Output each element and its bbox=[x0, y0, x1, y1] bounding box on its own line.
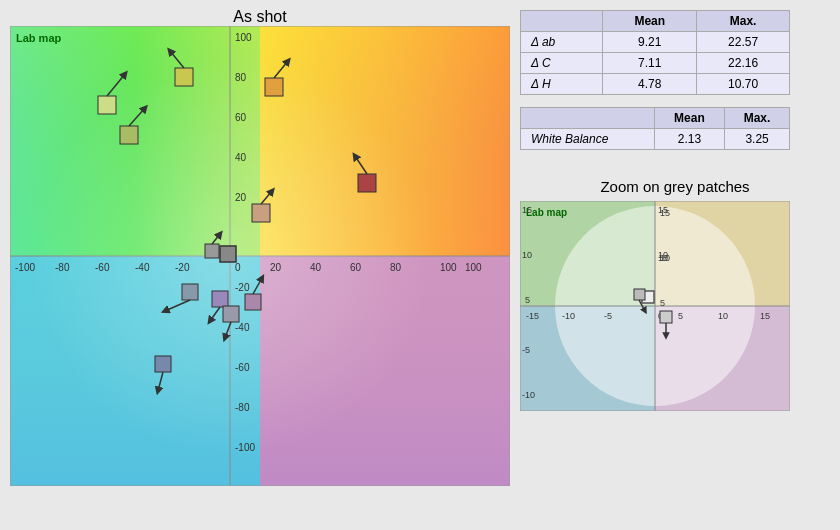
svg-text:40: 40 bbox=[310, 262, 322, 273]
svg-rect-39 bbox=[358, 174, 376, 192]
row-label-delta-ab: Δ ab bbox=[521, 32, 603, 53]
col-header-empty-1 bbox=[521, 11, 603, 32]
row-label-delta-h: Δ H bbox=[521, 74, 603, 95]
svg-text:20: 20 bbox=[235, 192, 247, 203]
lab-map-container: Lab map bbox=[10, 26, 510, 506]
svg-text:5: 5 bbox=[660, 298, 665, 308]
svg-rect-37 bbox=[265, 78, 283, 96]
svg-text:-40: -40 bbox=[135, 262, 150, 273]
svg-text:60: 60 bbox=[235, 112, 247, 123]
svg-text:40: 40 bbox=[235, 152, 247, 163]
col-header-empty-2 bbox=[521, 108, 655, 129]
svg-text:15: 15 bbox=[760, 311, 770, 321]
svg-text:-5: -5 bbox=[522, 345, 530, 355]
col-header-mean-1: Mean bbox=[603, 11, 697, 32]
row-max-delta-c: 22.16 bbox=[697, 53, 790, 74]
svg-text:5: 5 bbox=[525, 295, 530, 305]
main-container: As shot Lab map bbox=[0, 0, 840, 530]
svg-text:-60: -60 bbox=[235, 362, 250, 373]
svg-rect-44 bbox=[205, 244, 219, 258]
stats-table-1: Mean Max. Δ ab 9.21 22.57 Δ C 7.11 22.16… bbox=[520, 10, 790, 95]
svg-text:15: 15 bbox=[660, 208, 670, 218]
svg-text:80: 80 bbox=[235, 72, 247, 83]
svg-text:-80: -80 bbox=[55, 262, 70, 273]
col-header-max-2: Max. bbox=[725, 108, 790, 129]
row-label-delta-c: Δ C bbox=[521, 53, 603, 74]
svg-rect-35 bbox=[175, 68, 193, 86]
svg-text:100: 100 bbox=[465, 262, 482, 273]
svg-text:100: 100 bbox=[235, 32, 252, 43]
table-row: Δ ab 9.21 22.57 bbox=[521, 32, 790, 53]
svg-rect-46 bbox=[182, 284, 198, 300]
zoom-container: Lab map bbox=[520, 201, 790, 421]
svg-rect-50 bbox=[212, 291, 228, 307]
row-mean-delta-c: 7.11 bbox=[603, 53, 697, 74]
svg-text:-20: -20 bbox=[235, 282, 250, 293]
zoom-lab-label: Lab map bbox=[526, 207, 567, 218]
svg-text:-5: -5 bbox=[604, 311, 612, 321]
col-header-max-1: Max. bbox=[697, 11, 790, 32]
right-panel: Mean Max. Δ ab 9.21 22.57 Δ C 7.11 22.16… bbox=[520, 0, 840, 530]
zoom-title: Zoom on grey patches bbox=[520, 178, 830, 195]
svg-rect-54 bbox=[223, 306, 239, 322]
col-header-mean-2: Mean bbox=[654, 108, 724, 129]
chart-title: As shot bbox=[0, 0, 520, 26]
svg-rect-48 bbox=[155, 356, 171, 372]
svg-text:-20: -20 bbox=[175, 262, 190, 273]
svg-rect-43 bbox=[220, 246, 236, 262]
table-row: White Balance 2.13 3.25 bbox=[521, 129, 790, 150]
stats-table-2: Mean Max. White Balance 2.13 3.25 bbox=[520, 107, 790, 150]
svg-text:10: 10 bbox=[522, 250, 532, 260]
svg-text:-40: -40 bbox=[235, 322, 250, 333]
svg-rect-33 bbox=[120, 126, 138, 144]
svg-text:60: 60 bbox=[350, 262, 362, 273]
svg-text:-10: -10 bbox=[562, 311, 575, 321]
zoom-svg: -15 -10 -5 0 5 10 15 15 10 10 15 10 bbox=[520, 201, 790, 411]
svg-text:80: 80 bbox=[390, 262, 402, 273]
row-mean-delta-ab: 9.21 bbox=[603, 32, 697, 53]
row-mean-delta-h: 4.78 bbox=[603, 74, 697, 95]
table-row: Δ H 4.78 10.70 bbox=[521, 74, 790, 95]
lab-map-label: Lab map bbox=[16, 32, 61, 44]
lab-map-svg: -100 -80 -60 -40 -20 0 20 40 60 80 100 1… bbox=[10, 26, 510, 486]
svg-rect-85 bbox=[634, 289, 645, 300]
svg-text:-15: -15 bbox=[526, 311, 539, 321]
svg-text:0: 0 bbox=[235, 262, 241, 273]
row-mean-wb: 2.13 bbox=[654, 129, 724, 150]
svg-text:100: 100 bbox=[440, 262, 457, 273]
row-max-wb: 3.25 bbox=[725, 129, 790, 150]
svg-text:-60: -60 bbox=[95, 262, 110, 273]
svg-text:10: 10 bbox=[718, 311, 728, 321]
zoom-canvas: Lab map bbox=[520, 201, 790, 411]
svg-rect-31 bbox=[98, 96, 116, 114]
svg-text:10: 10 bbox=[660, 253, 670, 263]
table-row: Δ C 7.11 22.16 bbox=[521, 53, 790, 74]
svg-rect-52 bbox=[245, 294, 261, 310]
svg-text:-10: -10 bbox=[522, 390, 535, 400]
svg-text:5: 5 bbox=[678, 311, 683, 321]
svg-text:-80: -80 bbox=[235, 402, 250, 413]
row-max-delta-h: 10.70 bbox=[697, 74, 790, 95]
svg-rect-41 bbox=[252, 204, 270, 222]
svg-text:-100: -100 bbox=[15, 262, 35, 273]
svg-text:20: 20 bbox=[270, 262, 282, 273]
row-max-delta-ab: 22.57 bbox=[697, 32, 790, 53]
svg-rect-83 bbox=[660, 311, 672, 323]
row-label-wb: White Balance bbox=[521, 129, 655, 150]
left-panel: As shot Lab map bbox=[0, 0, 520, 530]
svg-text:-100: -100 bbox=[235, 442, 255, 453]
lab-map-canvas: Lab map bbox=[10, 26, 510, 486]
